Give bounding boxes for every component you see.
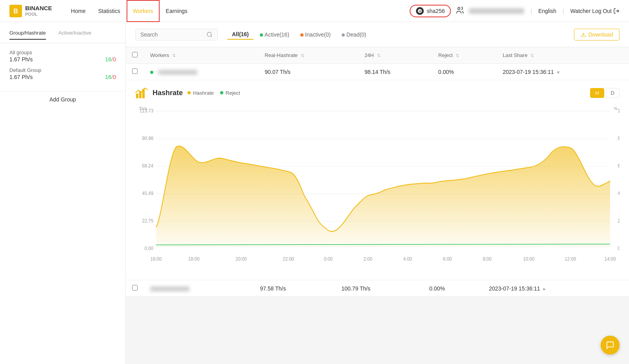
period-h-button[interactable]: H: [590, 88, 604, 98]
row2-checkbox-cell: [126, 280, 144, 297]
logo-pool: POOL: [25, 12, 52, 17]
nav-home[interactable]: Home: [64, 0, 92, 22]
active-count: 16: [105, 56, 112, 63]
reject-cell: 0.00%: [432, 64, 497, 80]
sidebar-tab-active-inactive[interactable]: Active/Inactive: [59, 30, 92, 40]
group-counts: 16/0: [105, 56, 116, 63]
filter-tab-all[interactable]: All(16): [227, 29, 254, 40]
hashrate-chart: 113.73 90.98 68.24 45.49 22.75 0.00 Th/s…: [135, 105, 620, 270]
sort-icon: ⇅: [530, 53, 534, 58]
filter-tab-active[interactable]: Active(16): [255, 30, 294, 39]
sidebar-tabs: Group/Hashrate Active/Inactive: [0, 22, 125, 43]
sort-icon: ⇅: [301, 53, 304, 58]
add-group-button[interactable]: Add Group: [0, 92, 125, 107]
sort-icon: ⇅: [172, 53, 176, 58]
group-counts: 16/0: [105, 74, 116, 80]
download-button[interactable]: Download: [574, 29, 620, 40]
algo-badge[interactable]: ⊕ sha256: [410, 5, 451, 17]
sidebar-group-list: All groups 1.67 Ph/s 16/0 Default Group …: [0, 43, 125, 92]
group-stats: 1.67 Ph/s 16/0: [9, 74, 116, 80]
table-row: 97.58 Th/s 100.79 Th/s 0.00% 2023-07-19 …: [126, 280, 629, 297]
list-item: All groups 1.67 Ph/s 16/0: [9, 50, 116, 63]
period-d-button[interactable]: D: [606, 88, 620, 98]
active-dot: [260, 33, 263, 37]
watcher-logout-button[interactable]: Watcher Log Out: [570, 8, 620, 14]
col-real-hashrate: Real-Hashrate ⇅: [258, 47, 358, 64]
logo[interactable]: B BINANCE POOL: [9, 5, 52, 17]
svg-text:40: 40: [618, 191, 620, 196]
page-layout: Group/Hashrate Active/Inactive All group…: [0, 22, 629, 364]
row2-checkbox[interactable]: [132, 285, 138, 290]
svg-text:20:00: 20:00: [235, 256, 247, 261]
svg-text:12:00: 12:00: [565, 256, 576, 261]
svg-text:18:00: 18:00: [188, 256, 200, 261]
search-box[interactable]: [135, 29, 218, 40]
svg-text:0.00: 0.00: [145, 246, 154, 251]
group-name: All groups: [9, 50, 116, 55]
svg-text:2:00: 2:00: [364, 256, 373, 261]
search-input[interactable]: [140, 31, 203, 38]
chart-section: Hashrate Hashrate Reject: [126, 80, 629, 280]
svg-text:45.49: 45.49: [142, 191, 153, 196]
chart-header: Hashrate Hashrate Reject: [135, 86, 620, 99]
sort-icon: ⇅: [456, 53, 459, 58]
svg-text:8:00: 8:00: [483, 256, 492, 261]
logo-name: BINANCE: [25, 5, 52, 12]
sidebar-tab-group-hashrate[interactable]: Group/Hashrate: [9, 30, 46, 40]
group-hashrate: 1.67 Ph/s: [9, 56, 33, 63]
sort-icon: ⇅: [377, 53, 381, 58]
expand-arrow[interactable]: ▾: [557, 70, 559, 75]
svg-text:0: 0: [618, 246, 620, 251]
workers-table-bottom: 97.58 Th/s 100.79 Th/s 0.00% 2023-07-19 …: [126, 280, 629, 297]
svg-text:22:00: 22:00: [283, 256, 294, 261]
row2-last-share: 2023-07-19 15:36:11 ▸: [483, 280, 629, 297]
nav-earnings[interactable]: Earnings: [160, 0, 194, 22]
algo-label: sha256: [427, 8, 445, 14]
svg-text:16:00: 16:00: [150, 256, 162, 261]
filter-tab-inactive[interactable]: Inactive(0): [296, 30, 335, 39]
col-last-share: Last Share ⇅: [497, 47, 629, 64]
svg-point-4: [458, 7, 460, 10]
inactive-count: 0: [113, 74, 116, 80]
chart-title-area: Hashrate Hashrate Reject: [135, 86, 240, 99]
header-divider2: |: [563, 8, 564, 14]
header-right: ⊕ sha256 | English | Watcher Log Out: [410, 5, 620, 17]
legend-dot-hashrate: [188, 91, 191, 94]
nav-workers[interactable]: Workers: [127, 0, 160, 22]
real-hashrate-cell: 90.07 Th/s: [258, 64, 358, 80]
row2-expand-arrow[interactable]: ▸: [543, 286, 546, 292]
svg-line-7: [211, 36, 212, 37]
row2-reject: 0.00%: [423, 280, 483, 297]
worker2-name-blurred: [150, 287, 189, 291]
chat-icon: [606, 341, 614, 349]
worker-name-blurred: [158, 70, 197, 75]
filter-tab-dead[interactable]: Dead(0): [337, 30, 371, 39]
language-selector[interactable]: English: [538, 8, 556, 14]
svg-text:60: 60: [618, 163, 620, 168]
svg-text:20: 20: [618, 218, 620, 223]
inactive-dot: [300, 33, 303, 37]
algo-icon: ⊕: [416, 7, 424, 15]
row2-worker-cell: [144, 280, 254, 297]
svg-text:Th/s: Th/s: [139, 106, 147, 111]
users-icon[interactable]: [456, 6, 464, 16]
svg-text:22.75: 22.75: [142, 218, 153, 223]
legend-dot-reject: [220, 91, 223, 94]
svg-text:0:00: 0:00: [324, 256, 333, 261]
main-content: All(16) Active(16) Inactive(0) Dead(0) D…: [126, 22, 629, 364]
header: B BINANCE POOL Home Statistics Workers E…: [0, 0, 629, 22]
chat-button[interactable]: [601, 336, 620, 355]
legend-reject: Reject: [220, 90, 240, 96]
row-checkbox[interactable]: [132, 68, 138, 74]
dead-dot: [342, 33, 345, 37]
row2-h24: 100.79 Th/s: [335, 280, 423, 297]
svg-rect-10: [139, 91, 142, 98]
select-all-checkbox[interactable]: [132, 52, 138, 57]
svg-text:10:00: 10:00: [523, 256, 535, 261]
table-row: 90.07 Th/s 98.14 Th/s 0.00% 2023-07-19 1…: [126, 64, 629, 80]
svg-text:68.24: 68.24: [142, 163, 153, 168]
svg-text:⊕: ⊕: [418, 9, 421, 13]
nav-statistics[interactable]: Statistics: [92, 0, 127, 22]
workers-table-wrap: Workers ⇅ Real-Hashrate ⇅ 24H ⇅ Reject: [126, 47, 629, 297]
col-reject: Reject ⇅: [432, 47, 497, 64]
